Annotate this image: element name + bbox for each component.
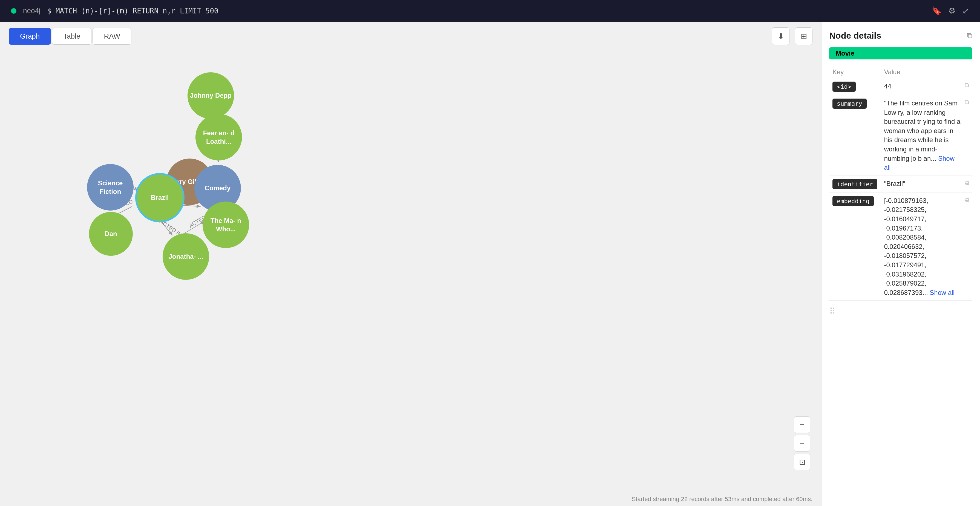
zoom-controls: + − ⊡ — [794, 417, 810, 470]
drag-handle-icon[interactable]: ⠿ — [829, 306, 835, 316]
node-dan[interactable]: Dan — [89, 212, 133, 256]
query-text[interactable]: $ MATCH (n)-[r]-(m) RETURN n,r LIMIT 500 — [47, 7, 218, 15]
zoom-out-button[interactable]: − — [794, 435, 810, 452]
toolbar-actions: ⬇ ⊞ — [772, 27, 813, 45]
main-container: Graph Table RAW ⬇ ⊞ — [0, 22, 980, 506]
graph-tab[interactable]: Graph — [9, 28, 51, 45]
node-fear-and-loathing[interactable]: Fear an- d Loathi... — [196, 114, 242, 161]
key-identifier: identifier — [832, 179, 877, 189]
details-title: Node details — [829, 31, 881, 41]
value-embedding-cell: [-0.010879163, -0.021758325, -0.01604971… — [884, 196, 969, 298]
details-table: Key Value <id> 44 ⧉ summary — [829, 66, 972, 301]
status-bar: Started streaming 22 records after 53ms … — [0, 492, 821, 506]
table-tab[interactable]: Table — [52, 28, 91, 45]
settings-icon[interactable]: ⚙ — [948, 6, 956, 16]
table-row: <id> 44 ⧉ — [829, 78, 972, 95]
value-summary: "The film centres on Sam Low ry, a low-r… — [884, 99, 963, 172]
download-button[interactable]: ⬇ — [772, 27, 789, 45]
value-column-header: Value — [881, 66, 972, 78]
zoom-in-button[interactable]: + — [794, 417, 810, 433]
value-id: 44 — [884, 81, 963, 91]
copy-summary-button[interactable]: ⧉ — [965, 99, 969, 106]
drag-handle-area: ⠿ — [829, 306, 972, 317]
value-summary-cell: "The film centres on Sam Low ry, a low-r… — [884, 99, 969, 172]
graph-panel: Graph Table RAW ⬇ ⊞ — [0, 22, 821, 506]
tab-group: Graph Table RAW — [9, 28, 131, 45]
graph-canvas[interactable]: ACTED IN DIRECTED DIRECTED IN GENRE IN G… — [0, 50, 821, 492]
status-text: Started streaming 22 records after 53ms … — [632, 496, 813, 503]
neo4j-status-dot — [11, 8, 16, 14]
details-header: Node details ⧉ — [829, 31, 972, 41]
graph-edges-svg: ACTED IN DIRECTED DIRECTED IN GENRE IN G… — [0, 50, 821, 492]
node-jonathan[interactable]: Jonatha- ... — [162, 233, 209, 280]
show-all-embedding[interactable]: Show all — [930, 289, 955, 296]
top-bar: neo4j $ MATCH (n)-[r]-(m) RETURN n,r LIM… — [0, 0, 980, 22]
zoom-fit-button[interactable]: ⊡ — [794, 454, 810, 470]
bookmark-icon[interactable]: 🔖 — [932, 6, 942, 16]
value-id-cell: 44 ⧉ — [884, 81, 969, 91]
key-column-header: Key — [829, 66, 881, 78]
node-brazil[interactable]: Brazil — [135, 173, 185, 222]
value-embedding: [-0.010879163, -0.021758325, -0.01604971… — [884, 196, 963, 298]
top-bar-right: 🔖 ⚙ ⤢ — [932, 6, 969, 16]
copy-id-button[interactable]: ⧉ — [965, 81, 969, 89]
neo4j-label: neo4j — [23, 6, 40, 15]
table-row: identifier "Brazil" ⧉ — [829, 175, 972, 193]
key-embedding: embedding — [832, 196, 874, 206]
table-row: embedding [-0.010879163, -0.021758325, -… — [829, 193, 972, 301]
top-bar-left: neo4j $ MATCH (n)-[r]-(m) RETURN n,r LIM… — [11, 6, 218, 15]
expand-icon[interactable]: ⤢ — [962, 6, 969, 16]
node-type-badge: Movie — [829, 48, 972, 59]
svg-line-8 — [182, 221, 204, 235]
layout-button[interactable]: ⊞ — [795, 27, 813, 45]
value-identifier-cell: "Brazil" ⧉ — [884, 179, 969, 188]
node-johnny-depp[interactable]: Johnny Depp — [188, 72, 234, 119]
key-summary: summary — [832, 99, 867, 109]
details-panel: Node details ⧉ Movie Key Value <id> 44 ⧉ — [821, 22, 980, 506]
node-science-fiction[interactable]: Science Fiction — [87, 164, 134, 210]
key-id: <id> — [832, 81, 856, 92]
details-copy-button[interactable]: ⧉ — [967, 31, 972, 40]
raw-tab[interactable]: RAW — [92, 28, 131, 45]
node-the-man-who[interactable]: The Ma- n Who... — [202, 202, 249, 248]
copy-identifier-button[interactable]: ⧉ — [965, 179, 969, 186]
toolbar: Graph Table RAW ⬇ ⊞ — [0, 22, 821, 50]
table-row: summary "The film centres on Sam Low ry,… — [829, 95, 972, 176]
show-all-summary[interactable]: Show all — [884, 155, 955, 172]
value-identifier: "Brazil" — [884, 179, 963, 188]
copy-embedding-button[interactable]: ⧉ — [965, 196, 969, 203]
